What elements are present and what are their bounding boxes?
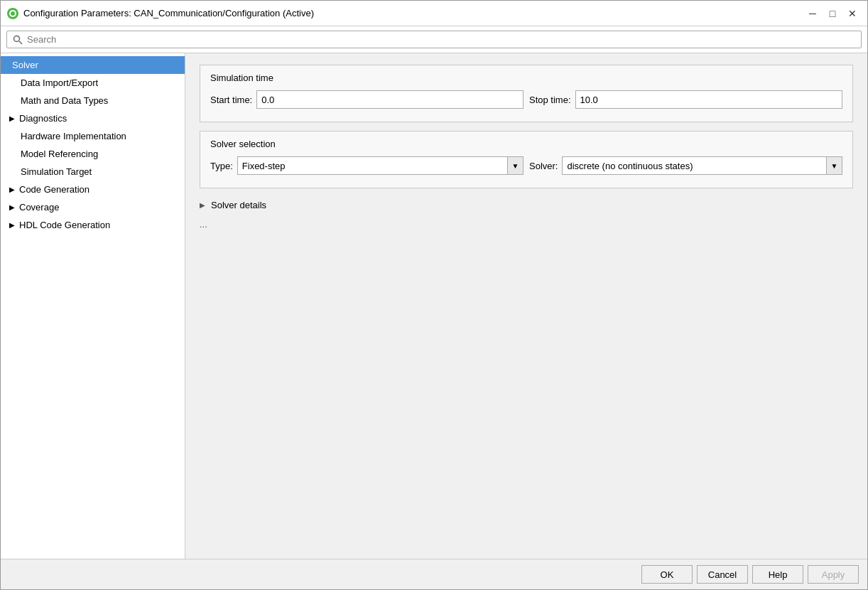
simulation-time-label: Simulation time (210, 73, 842, 83)
minimize-button[interactable]: ─ (803, 5, 822, 22)
start-time-input[interactable] (256, 90, 523, 109)
svg-point-3 (14, 36, 20, 41)
sidebar-item-label: Coverage (19, 202, 59, 213)
sidebar-item-solver[interactable]: Solver (1, 56, 185, 74)
solver-selection-label: Solver selection (210, 139, 842, 149)
arrow-icon: ▶ (9, 114, 15, 122)
start-time-label: Start time: (210, 95, 252, 105)
simulation-time-row: Start time: Stop time: (210, 90, 842, 109)
main-window: Configuration Parameters: CAN_Communicat… (0, 0, 868, 590)
solver-dropdown-button[interactable]: ▼ (827, 156, 842, 175)
sidebar-item-label: Data Import/Export (21, 77, 98, 88)
type-dropdown-button[interactable]: ▼ (508, 156, 523, 175)
sidebar-item-label: Code Generation (19, 184, 89, 195)
search-input-wrap (6, 31, 862, 48)
apply-button[interactable]: Apply (808, 565, 859, 584)
arrow-icon: ▶ (9, 203, 15, 211)
sidebar-item-code-generation[interactable]: ▶ Code Generation (1, 181, 185, 198)
type-label: Type: (210, 161, 233, 171)
search-input[interactable] (27, 34, 855, 45)
sidebar-item-label: Solver (12, 60, 38, 70)
sidebar-item-simulation-target[interactable]: Simulation Target (1, 163, 185, 181)
sidebar-item-label: Model Referencing (21, 149, 98, 159)
help-button[interactable]: Help (752, 565, 803, 584)
solver-details-label: Solver details (211, 200, 266, 210)
arrow-icon: ▶ (9, 221, 15, 229)
stop-time-input[interactable] (575, 90, 842, 109)
content-area: Simulation time Start time: Stop time: S… (185, 53, 867, 559)
solver-select-wrap: ▼ (562, 156, 842, 175)
sidebar-item-hdl-code-generation[interactable]: ▶ HDL Code Generation (1, 216, 185, 234)
maximize-button[interactable]: □ (823, 5, 842, 22)
search-bar (1, 26, 867, 53)
sidebar: Solver Data Import/Export Math and Data … (1, 53, 185, 559)
sidebar-item-data-import-export[interactable]: Data Import/Export (1, 74, 185, 92)
svg-point-2 (11, 11, 15, 16)
arrow-icon: ▶ (9, 186, 15, 193)
app-icon (6, 7, 19, 20)
sidebar-item-diagnostics[interactable]: ▶ Diagnostics (1, 109, 185, 127)
svg-line-4 (19, 41, 22, 44)
solver-details-row[interactable]: ▶ Solver details (200, 197, 853, 213)
simulation-time-section: Simulation time Start time: Stop time: (200, 65, 853, 122)
cancel-button[interactable]: Cancel (697, 565, 748, 584)
sidebar-item-math-and-data-types[interactable]: Math and Data Types (1, 92, 185, 109)
ok-button[interactable]: OK (641, 565, 693, 584)
main-content: Solver Data Import/Export Math and Data … (1, 53, 867, 559)
solver-selection-row: Type: ▼ Solver: ▼ (210, 156, 842, 175)
type-select-wrap: ▼ (237, 156, 523, 175)
sidebar-item-label: Hardware Implementation (21, 131, 126, 141)
window-controls: ─ □ ✕ (803, 5, 862, 22)
stop-time-group: Stop time: (529, 90, 842, 109)
sidebar-item-label: Diagnostics (19, 113, 67, 124)
ellipsis-text: ... (200, 219, 853, 230)
sidebar-item-label: Math and Data Types (21, 95, 108, 106)
sidebar-item-model-referencing[interactable]: Model Referencing (1, 145, 185, 163)
solver-select-input[interactable] (562, 156, 827, 175)
title-bar: Configuration Parameters: CAN_Communicat… (1, 1, 867, 26)
solver-group: Solver: ▼ (529, 156, 842, 175)
window-title: Configuration Parameters: CAN_Communicat… (23, 8, 803, 18)
sidebar-item-hardware-implementation[interactable]: Hardware Implementation (1, 127, 185, 145)
sidebar-item-coverage[interactable]: ▶ Coverage (1, 198, 185, 216)
sidebar-item-label: Simulation Target (21, 166, 92, 177)
start-time-group: Start time: (210, 90, 523, 109)
sidebar-item-label: HDL Code Generation (19, 220, 110, 230)
type-group: Type: ▼ (210, 156, 523, 175)
solver-label: Solver: (529, 161, 558, 171)
footer: OK Cancel Help Apply (1, 559, 867, 589)
search-icon (13, 35, 23, 45)
solver-details-arrow: ▶ (200, 201, 205, 209)
stop-time-label: Stop time: (529, 95, 571, 105)
close-button[interactable]: ✕ (843, 5, 862, 22)
type-select-input[interactable] (237, 156, 508, 175)
solver-selection-section: Solver selection Type: ▼ Solver: ▼ (200, 131, 853, 188)
